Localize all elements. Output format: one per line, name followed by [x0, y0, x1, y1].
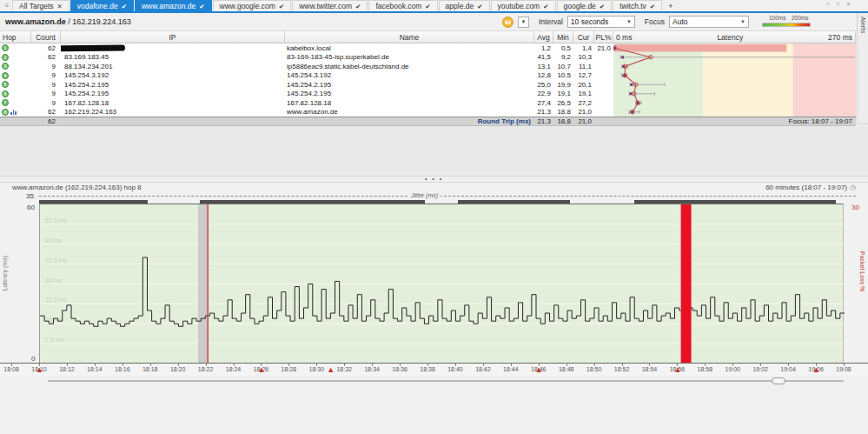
- latency-scale-min: 0 ms: [616, 33, 632, 42]
- timeline-shown-icon[interactable]: [10, 109, 17, 115]
- time-tick-label: 18:36: [388, 366, 412, 372]
- y-axis-max-label: 60: [27, 204, 35, 211]
- target-tab-vodafone.de[interactable]: vodafone.de✔: [70, 0, 134, 11]
- target-tab-twitch.tv[interactable]: twitch.tv✔: [613, 0, 662, 11]
- pl-cell: [594, 90, 613, 99]
- pane-splitter-handle[interactable]: • • •: [0, 176, 868, 183]
- alert-marker-icon[interactable]: ▲: [257, 365, 265, 374]
- timeline-plot-area[interactable]: 52.5 ms45 ms37.5 ms30 ms22.5 ms15 ms7.5 …: [39, 204, 844, 363]
- window-controls-icons[interactable]: ˄ ˅ ▾: [825, 1, 852, 8]
- latency-gradient-bar: [762, 23, 811, 27]
- scrollbar-handle[interactable]: [772, 377, 785, 384]
- footer-ip-cell: [61, 117, 285, 125]
- col-header-count[interactable]: Count: [31, 31, 61, 43]
- svg-text:37.5 ms: 37.5 ms: [45, 257, 67, 263]
- cur-cell: 10,3: [573, 53, 594, 63]
- pl-cell: [594, 98, 613, 108]
- alert-marker-icon[interactable]: ▲: [327, 365, 335, 374]
- hop-number-badge: 7: [2, 99, 9, 106]
- hop-cell: 5: [0, 80, 31, 90]
- jitter-scale-line: [39, 196, 856, 197]
- timeline-scrollbar[interactable]: [0, 376, 868, 385]
- add-target-tab-button[interactable]: +: [663, 0, 678, 11]
- name-cell: 145.254.3.192: [285, 71, 534, 81]
- check-icon[interactable]: ✔: [600, 3, 605, 10]
- check-icon[interactable]: ✔: [279, 3, 284, 10]
- trace-dropdown-button[interactable]: ▼: [518, 17, 529, 28]
- time-tick-label: 18:28: [276, 366, 301, 372]
- count-cell: 9: [31, 80, 61, 90]
- timeline-range[interactable]: 60 minutes (18:07 - 19:07)◷: [765, 184, 856, 191]
- interval-select[interactable]: 10 seconds ▼: [567, 16, 635, 28]
- redacted-ip-scribble: [61, 44, 125, 51]
- target-tab-bar: ≡ All Targets✕vodafone.de✔www.amazon.de✔…: [0, 0, 868, 11]
- svg-text:30 ms: 30 ms: [45, 277, 63, 283]
- alert-marker-icon[interactable]: ▲: [535, 365, 543, 374]
- trace-table-body: 162kabelbox.local1,20,51,421,026283.169.…: [0, 43, 856, 117]
- avg-cell: 13,1: [534, 62, 553, 71]
- ip-cell: 145.254.2.195: [61, 90, 285, 99]
- legend-200ms-label: 200ms: [792, 15, 809, 21]
- pl-cell: [594, 53, 613, 63]
- latency-scale-legend: 100ms 200ms: [762, 15, 811, 29]
- target-tab-www.amazon.de[interactable]: www.amazon.de✔: [135, 0, 212, 11]
- tab-label: facebook.com: [375, 2, 421, 10]
- cur-cell: 21,0: [573, 108, 594, 117]
- col-header-pl[interactable]: PL%: [594, 31, 613, 43]
- hop-cell: 8: [0, 108, 31, 117]
- menu-icon[interactable]: ≡: [2, 0, 12, 11]
- footer-avg: 21,3: [534, 117, 553, 125]
- clock-icon[interactable]: ◷: [850, 184, 856, 191]
- check-icon[interactable]: ✔: [355, 3, 361, 10]
- ip-cell: 167.82.128.18: [61, 98, 285, 108]
- tab-label: vodafone.de: [77, 2, 118, 10]
- cur-cell: 19,1: [573, 90, 594, 99]
- target-hostname: www.amazon.de: [5, 17, 66, 26]
- col-header-hop[interactable]: Hop: [0, 31, 31, 43]
- pl-cell: [594, 71, 613, 81]
- target-tab-youtube.com[interactable]: youtube.com✔: [491, 0, 556, 11]
- focus-select[interactable]: Auto ▼: [669, 16, 749, 28]
- time-tick-label: 18:22: [194, 366, 218, 372]
- target-tab-apple.de[interactable]: apple.de✔: [439, 0, 490, 11]
- check-icon[interactable]: ✔: [122, 3, 127, 10]
- alert-marker-icon[interactable]: ▲: [36, 365, 43, 374]
- close-icon[interactable]: ✕: [57, 3, 63, 10]
- hop-number-badge: 4: [2, 72, 9, 79]
- name-cell: ip5886eac9.static.kabel-deutschland.de: [285, 62, 534, 71]
- col-header-latency[interactable]: 0 ms Latency 270 ms: [613, 31, 856, 43]
- scrollbar-track[interactable]: [48, 380, 844, 382]
- col-header-avg[interactable]: Avg: [534, 31, 553, 43]
- name-cell: 145.254.2.195: [285, 80, 534, 90]
- pause-button[interactable]: ▮▮: [502, 17, 514, 28]
- check-icon[interactable]: ✔: [650, 3, 655, 10]
- cur-cell: 27,2: [573, 98, 594, 108]
- target-tab-All Targets[interactable]: All Targets✕: [12, 0, 70, 11]
- check-icon[interactable]: ✔: [425, 3, 430, 10]
- target-tab-www.google.com[interactable]: www.google.com✔: [213, 0, 292, 11]
- col-header-ip[interactable]: IP: [61, 31, 285, 43]
- latency-timeline-plot[interactable]: 60 0 30 Latency (ms) Packet Loss % 52.5 …: [0, 204, 868, 363]
- avg-cell: 21,3: [534, 108, 553, 117]
- check-icon[interactable]: ✔: [477, 3, 482, 10]
- target-title: www.amazon.de / 162.219.224.163: [5, 17, 131, 26]
- bottom-padding: [0, 385, 868, 434]
- target-tab-facebook.com[interactable]: facebook.com✔: [368, 0, 437, 11]
- target-tab-www.twitter.com[interactable]: www.twitter.com✔: [292, 0, 368, 11]
- target-tab-google.de[interactable]: google.de✔: [557, 0, 613, 11]
- time-tick-label: 18:12: [55, 366, 79, 372]
- alert-marker-icon[interactable]: ▲: [812, 365, 820, 374]
- focus-label: Focus: [645, 17, 665, 26]
- min-cell: 10,7: [553, 62, 573, 71]
- col-header-cur[interactable]: Cur: [573, 31, 594, 43]
- hop-number-badge: 8: [2, 109, 9, 116]
- hop-number-badge: 5: [2, 81, 9, 88]
- alert-marker-icon[interactable]: ▲: [673, 365, 681, 374]
- alerts-side-tab[interactable]: Alerts: [857, 13, 868, 124]
- check-icon[interactable]: ✔: [543, 3, 548, 10]
- name-cell: 145.254.2.195: [285, 90, 534, 99]
- col-header-name[interactable]: Name: [285, 31, 534, 43]
- col-header-min[interactable]: Min: [553, 31, 573, 43]
- check-icon[interactable]: ✔: [199, 3, 204, 10]
- cur-cell: 12,7: [573, 71, 594, 81]
